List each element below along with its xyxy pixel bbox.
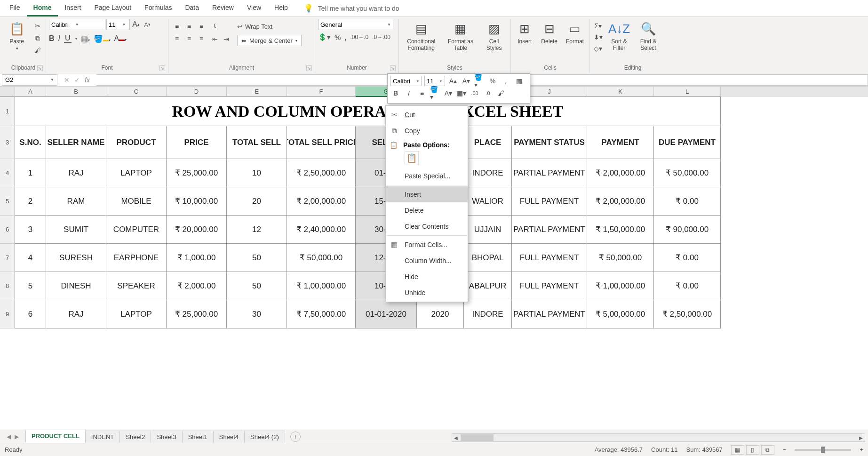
mini-decrease-font-icon[interactable]: A▾	[461, 76, 471, 86]
col-header-B[interactable]: B	[46, 87, 106, 97]
col-header-A[interactable]: A	[15, 87, 46, 97]
accounting-format-button[interactable]: 💲▾	[318, 33, 331, 41]
mini-italic-button[interactable]: I	[404, 88, 414, 98]
col-header-F[interactable]: F	[287, 87, 356, 97]
menu-tab-page-layout[interactable]: Page Layout	[88, 0, 138, 16]
sheet-tab-product-cell[interactable]: PRODUCT CELL	[25, 430, 86, 443]
decrease-font-icon[interactable]: A▾	[142, 19, 152, 30]
header-cell[interactable]: PRODUCT	[106, 126, 167, 159]
data-cell[interactable]: ₹ 2,00,000.00	[587, 187, 654, 216]
data-cell[interactable]: 4	[15, 244, 46, 272]
mini-percent-icon[interactable]: %	[487, 76, 498, 86]
data-cell[interactable]: 50	[227, 272, 287, 300]
data-cell[interactable]: 6	[15, 300, 46, 328]
ctx-column-width[interactable]: Column Width...	[386, 253, 468, 269]
data-cell[interactable]: ₹ 50,000.00	[287, 244, 356, 272]
cut-button[interactable]: ✂	[32, 21, 43, 31]
data-cell[interactable]: BHOPAL	[464, 244, 512, 272]
data-cell[interactable]: MOBILE	[106, 187, 167, 216]
increase-font-icon[interactable]: A▴	[131, 19, 141, 30]
format-painter-button[interactable]: 🖌	[32, 45, 43, 56]
mini-fill-color-icon[interactable]: 🪣▾	[474, 76, 485, 86]
align-right-button[interactable]: ≡	[196, 33, 207, 44]
borders-button[interactable]: ▦▾	[81, 34, 90, 43]
scroll-thumb[interactable]	[461, 434, 494, 441]
ctx-cut[interactable]: ✂Cut	[386, 107, 468, 123]
data-cell[interactable]: ₹ 1,00,000.00	[587, 272, 654, 300]
mini-font-color-icon[interactable]: A▾	[443, 88, 454, 98]
data-cell[interactable]: ₹ 5,00,000.00	[587, 300, 654, 328]
row-header-6[interactable]: 6	[0, 216, 15, 244]
data-cell[interactable]: ₹ 90,000.00	[654, 216, 721, 244]
header-cell[interactable]: TOTAL SELL	[227, 126, 287, 159]
align-bottom-button[interactable]: ≡	[196, 21, 207, 32]
data-cell[interactable]: LAPTOP	[106, 300, 167, 328]
data-cell[interactable]: UJJAIN	[464, 216, 512, 244]
data-cell[interactable]: ABALPUR	[464, 272, 512, 300]
mini-merge-icon[interactable]: ▦	[514, 76, 524, 86]
data-cell[interactable]: ₹ 1,000.00	[167, 244, 227, 272]
format-as-table-button[interactable]: ▦Format as Table	[443, 21, 478, 58]
data-cell[interactable]: RAJ	[46, 300, 106, 328]
scroll-right-icon[interactable]: ▶	[857, 434, 865, 441]
menu-tab-view[interactable]: View	[240, 0, 268, 16]
row-header-7[interactable]: 7	[0, 244, 15, 272]
mini-font-combo[interactable]: Calibri▾	[390, 76, 422, 86]
percent-button[interactable]: %	[334, 33, 341, 41]
ctx-hide[interactable]: Hide	[386, 269, 468, 285]
row-header-3[interactable]: 3	[0, 126, 15, 159]
col-header-C[interactable]: C	[106, 87, 167, 97]
normal-view-button[interactable]: ▦	[731, 445, 744, 455]
menu-tab-insert[interactable]: Insert	[58, 0, 88, 16]
sheet-nav-first-icon[interactable]: ◀	[7, 433, 11, 440]
header-cell[interactable]: SELLER NAME	[46, 126, 106, 159]
cell-styles-button[interactable]: ▨Cell Styles	[480, 21, 508, 58]
insert-cells-button[interactable]: ⊞Insert	[514, 21, 535, 58]
ctx-delete[interactable]: Delete	[386, 202, 468, 218]
header-cell[interactable]: PRICE	[167, 126, 227, 159]
col-header-E[interactable]: E	[227, 87, 287, 97]
font-color-button[interactable]: A▾	[114, 34, 127, 43]
header-cell[interactable]: PAYMENT STATUS	[512, 126, 587, 159]
dialog-launcher-icon[interactable]: ↘	[37, 65, 43, 71]
select-all-corner[interactable]	[0, 87, 15, 97]
data-cell[interactable]: 01-01-2020	[356, 300, 417, 328]
header-cell[interactable]: DUE PAYMENT	[654, 126, 721, 159]
data-cell[interactable]: WALIOR	[464, 187, 512, 216]
enter-formula-icon[interactable]: ✓	[74, 76, 80, 84]
title-cell[interactable]: ROW AND COLUMN OPERATION IN EXCEL SHEET	[15, 97, 721, 126]
sheet-tab-sheet2[interactable]: Sheet2	[119, 431, 151, 443]
data-cell[interactable]: 3	[15, 216, 46, 244]
dialog-launcher-icon[interactable]: ↘	[390, 65, 396, 71]
menu-tab-help[interactable]: Help	[268, 0, 295, 16]
sheet-tab-sheet3[interactable]: Sheet3	[151, 431, 182, 443]
data-cell[interactable]: ₹ 25,000.00	[167, 300, 227, 328]
row-header-9[interactable]: 9	[0, 300, 15, 328]
mini-comma-icon[interactable]: ,	[501, 76, 511, 86]
orientation-button[interactable]: ⤹	[210, 21, 220, 31]
data-cell[interactable]: ₹ 2,000.00	[167, 272, 227, 300]
fill-color-button[interactable]: 🪣▾	[94, 34, 111, 43]
data-cell[interactable]: EARPHONE	[106, 244, 167, 272]
data-cell[interactable]: FULL PAYMENT	[512, 244, 587, 272]
decrease-indent-button[interactable]: ⇤	[210, 34, 220, 44]
data-cell[interactable]: ₹ 2,00,000.00	[287, 187, 356, 216]
zoom-in-button[interactable]: +	[860, 446, 863, 453]
data-cell[interactable]: ₹ 50,000.00	[587, 244, 654, 272]
row-header-5[interactable]: 5	[0, 187, 15, 216]
align-top-button[interactable]: ≡	[171, 21, 183, 32]
dialog-launcher-icon[interactable]: ↘	[159, 65, 165, 71]
format-cells-button[interactable]: ▭Format	[563, 21, 587, 58]
scroll-left-icon[interactable]: ◀	[452, 434, 460, 441]
mini-format-painter-icon[interactable]: 🖌	[496, 88, 506, 98]
header-cell[interactable]: S.NO.	[15, 126, 46, 159]
mini-size-combo[interactable]: 11▾	[424, 76, 445, 86]
horizontal-scrollbar[interactable]: ◀ ▶	[452, 433, 865, 442]
italic-button[interactable]: I	[58, 34, 60, 43]
bold-button[interactable]: B	[49, 34, 55, 43]
tell-me-search[interactable]: 💡 Tell me what you want to do	[304, 4, 399, 13]
col-header-L[interactable]: L	[654, 87, 721, 97]
data-cell[interactable]: ₹ 0.00	[654, 244, 721, 272]
ctx-paste-special[interactable]: Paste Special...	[386, 168, 468, 184]
fill-button[interactable]: ⬇▾	[593, 32, 603, 42]
